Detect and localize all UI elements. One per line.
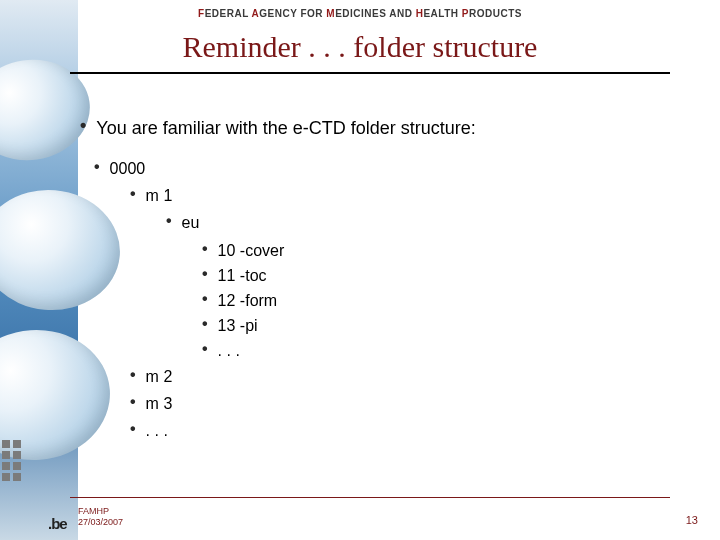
slide: FEDERAL AGENCY FOR MEDICINES AND HEALTH …: [0, 0, 720, 540]
bullet-dot-icon: •: [202, 289, 208, 312]
tree-sibling: •m 2: [130, 365, 690, 388]
tree-root: •0000: [94, 157, 690, 180]
bullet-dot-icon: •: [166, 211, 172, 234]
agency-header: FEDERAL AGENCY FOR MEDICINES AND HEALTH …: [0, 8, 720, 19]
bullet-dot-icon: •: [202, 239, 208, 262]
bullet-dot-icon: •: [130, 184, 136, 207]
footer-date: 27/03/2007: [78, 517, 123, 528]
bullet-dot-icon: •: [80, 115, 86, 141]
bullet-dot-icon: •: [202, 339, 208, 362]
tree-label: 11 -toc: [218, 264, 267, 287]
tree-eu-item: •11 -toc: [202, 264, 690, 287]
tree-sibling: •m 3: [130, 392, 690, 415]
bullet-dot-icon: •: [130, 365, 136, 388]
tree-label: 0000: [110, 157, 146, 180]
tree-label: . . .: [146, 419, 168, 442]
tree-label: m 1: [146, 184, 173, 207]
page-number: 13: [686, 514, 698, 526]
title-rule: [70, 72, 670, 74]
footer-logo: .be: [48, 515, 67, 532]
bullet-dot-icon: •: [202, 314, 208, 337]
tree-eu-item: •. . .: [202, 339, 690, 362]
tree-label: . . .: [218, 339, 240, 362]
footer-org: FAMHP: [78, 506, 123, 517]
bullet-dot-icon: •: [202, 264, 208, 287]
bullet-dot-icon: •: [94, 157, 100, 180]
tree-eu-item: •10 -cover: [202, 239, 690, 262]
folder-tree: •0000 •m 1 •eu •10 -cover •11 -toc •12 -…: [80, 157, 690, 442]
tree-m1: •m 1: [130, 184, 690, 207]
tree-sibling: •. . .: [130, 419, 690, 442]
footer-left: FAMHP 27/03/2007: [78, 506, 123, 528]
tree-label: 13 -pi: [218, 314, 258, 337]
intro-text: You are familiar with the e-CTD folder s…: [96, 115, 476, 141]
bullet-dot-icon: •: [130, 419, 136, 442]
tree-label: m 2: [146, 365, 173, 388]
bullet-intro: • You are familiar with the e-CTD folder…: [80, 115, 690, 141]
content-area: • You are familiar with the e-CTD folder…: [80, 115, 690, 446]
tree-label: 10 -cover: [218, 239, 285, 262]
footer-rule: [70, 497, 670, 498]
tree-label: eu: [182, 211, 200, 234]
tree-eu: •eu: [166, 211, 690, 234]
bullet-dot-icon: •: [130, 392, 136, 415]
slide-title: Reminder . . . folder structure: [0, 30, 720, 64]
tree-label: 12 -form: [218, 289, 278, 312]
tree-label: m 3: [146, 392, 173, 415]
tree-eu-item: •13 -pi: [202, 314, 690, 337]
tree-eu-item: •12 -form: [202, 289, 690, 312]
decor-squares: [2, 440, 21, 481]
